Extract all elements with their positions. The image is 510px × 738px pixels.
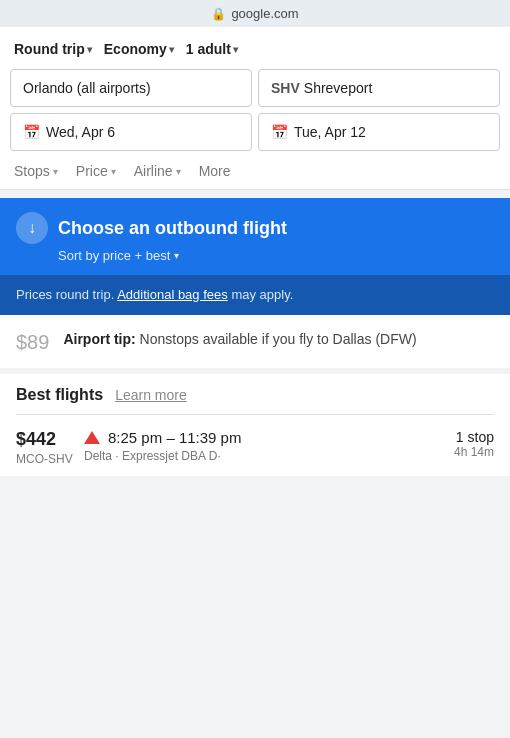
- flight-right-col: 1 stop 4h 14m: [432, 429, 494, 459]
- tip-text: Airport tip: Nonstops available if you f…: [63, 329, 416, 350]
- departure-date-field[interactable]: 📅 Wed, Apr 6: [10, 113, 252, 151]
- tip-card: $89 Airport tip: Nonstops available if y…: [0, 315, 510, 374]
- best-flights-header: Best flights Learn more: [16, 386, 494, 415]
- flight-details-col: 8:25 pm – 11:39 pm Delta · Expressjet DB…: [84, 429, 422, 463]
- calendar-icon-return: 📅: [271, 124, 288, 140]
- additional-bag-fees-link[interactable]: Additional bag fees: [117, 287, 228, 302]
- stops-chevron: ▾: [53, 166, 58, 177]
- price-filter[interactable]: Price ▾: [76, 163, 116, 179]
- airline-chevron: ▾: [176, 166, 181, 177]
- passengers-chevron: ▾: [233, 44, 238, 55]
- cabin-class-selector[interactable]: Economy ▾: [100, 39, 178, 59]
- date-fields: 📅 Wed, Apr 6 📅 Tue, Apr 12: [10, 113, 500, 151]
- flight-row[interactable]: $442 MCO-SHV 8:25 pm – 11:39 pm Delta · …: [16, 415, 494, 476]
- lock-icon: 🔒: [211, 7, 226, 21]
- delta-logo: [84, 431, 100, 444]
- origin-field[interactable]: Orlando (all airports): [10, 69, 252, 107]
- sort-row[interactable]: Sort by price + best ▾: [16, 248, 494, 275]
- sort-label: Sort by price + best: [58, 248, 170, 263]
- filter-row: Stops ▾ Price ▾ Airline ▾ More: [10, 161, 500, 181]
- selector-row: Round trip ▾ Economy ▾ 1 adult ▾: [10, 39, 500, 59]
- info-text-suffix: may apply.: [231, 287, 293, 302]
- trip-type-chevron: ▾: [87, 44, 92, 55]
- origin-destination-fields: Orlando (all airports) SHV Shreveport: [10, 69, 500, 107]
- departure-date-label: Wed, Apr 6: [46, 124, 115, 140]
- flight-price-col: $442 MCO-SHV: [16, 429, 74, 466]
- stops-filter[interactable]: Stops ▾: [14, 163, 58, 179]
- flight-time-range: 8:25 pm – 11:39 pm: [108, 429, 241, 446]
- origin-text: Orlando (all airports): [23, 80, 151, 96]
- url-text: google.com: [231, 6, 298, 21]
- destination-field[interactable]: SHV Shreveport: [258, 69, 500, 107]
- flight-duration: 4h 14m: [432, 445, 494, 459]
- outbound-banner: ↓ Choose an outbound flight Sort by pric…: [0, 198, 510, 275]
- best-flights-title: Best flights: [16, 386, 103, 404]
- destination-code: SHV: [271, 80, 300, 96]
- flight-route: MCO-SHV: [16, 452, 74, 466]
- search-container: Round trip ▾ Economy ▾ 1 adult ▾ Orlando…: [0, 27, 510, 190]
- flight-price: $442: [16, 429, 74, 450]
- best-flights-section: Best flights Learn more $442 MCO-SHV 8:2…: [0, 374, 510, 476]
- tip-label: Airport tip:: [63, 331, 135, 347]
- outbound-title-row: ↓ Choose an outbound flight: [16, 212, 494, 244]
- tip-description: Nonstops available if you fly to Dallas …: [140, 331, 417, 347]
- return-date-label: Tue, Apr 12: [294, 124, 366, 140]
- outbound-title: Choose an outbound flight: [58, 218, 287, 239]
- tip-price: $89: [16, 329, 49, 354]
- flight-times-row: 8:25 pm – 11:39 pm: [84, 429, 422, 446]
- more-filter[interactable]: More: [199, 163, 231, 179]
- download-icon: ↓: [16, 212, 48, 244]
- flight-meta: Delta · Expressjet DBA D·: [84, 449, 422, 463]
- flight-stops: 1 stop: [432, 429, 494, 445]
- trip-type-selector[interactable]: Round trip ▾: [10, 39, 96, 59]
- destination-city: Shreveport: [304, 80, 372, 96]
- address-bar: 🔒 google.com: [0, 0, 510, 27]
- calendar-icon-depart: 📅: [23, 124, 40, 140]
- passengers-selector[interactable]: 1 adult ▾: [182, 39, 242, 59]
- airline-filter[interactable]: Airline ▾: [134, 163, 181, 179]
- cabin-chevron: ▾: [169, 44, 174, 55]
- sort-chevron: ▾: [174, 250, 179, 261]
- price-chevron: ▾: [111, 166, 116, 177]
- return-date-field[interactable]: 📅 Tue, Apr 12: [258, 113, 500, 151]
- info-text-prefix: Prices round trip.: [16, 287, 114, 302]
- info-bar: Prices round trip. Additional bag fees m…: [0, 275, 510, 315]
- learn-more-link[interactable]: Learn more: [115, 387, 187, 403]
